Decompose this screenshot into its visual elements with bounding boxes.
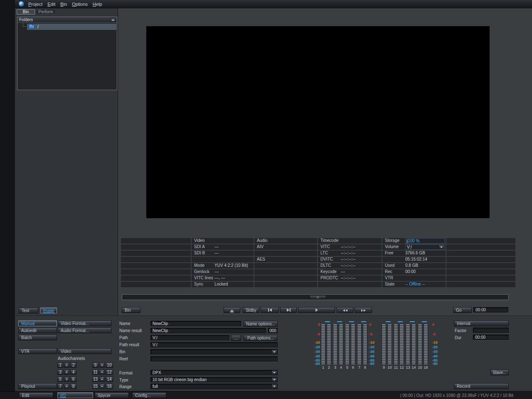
channel-13-button[interactable]: 13: [92, 377, 99, 382]
bin-button[interactable]: Bin: [122, 307, 140, 313]
audio-format-button[interactable]: Audio Format...: [58, 328, 111, 333]
tab-bin[interactable]: Bin: [17, 9, 35, 15]
video-button[interactable]: Video: [58, 348, 111, 354]
mode-vtr-button[interactable]: VTR: [18, 348, 57, 354]
timecode-value: --:--:--:--: [341, 251, 355, 256]
meter-scale-label: -30: [311, 350, 320, 353]
spacer-row: [121, 257, 191, 262]
channel-7-button[interactable]: 7: [57, 384, 63, 389]
statusbar-config-button[interactable]: Config...: [132, 392, 166, 398]
channel-pair-1-2-button[interactable]: +: [64, 362, 69, 368]
video-value: ---: [214, 269, 219, 274]
range-dropdown-arrow[interactable]: [271, 384, 277, 388]
path-options-button[interactable]: Path options...: [244, 335, 278, 341]
meter-scale-label: -20: [311, 345, 320, 349]
menu-project[interactable]: Project: [28, 2, 42, 7]
rewind-button[interactable]: [337, 307, 353, 313]
statusbar-io-button[interactable]: I/O: [57, 392, 93, 398]
channel-3-button[interactable]: 3: [57, 369, 63, 375]
mode-batch-button[interactable]: Batch: [18, 335, 57, 340]
menu-help[interactable]: Help: [93, 2, 102, 7]
chevron-down-icon: [273, 372, 276, 374]
format-dropdown-arrow[interactable]: [271, 371, 277, 374]
bin-dropdown-arrow[interactable]: [271, 350, 277, 354]
chevron-down-icon: [440, 246, 443, 248]
channel-5-button[interactable]: 5: [57, 377, 63, 382]
path-input[interactable]: V:/: [150, 335, 229, 340]
video-format-button[interactable]: Video Format...: [58, 320, 111, 326]
channel-pair-3-4-button[interactable]: +: [64, 369, 69, 375]
factor-input[interactable]: [473, 328, 509, 333]
peak-indicator: [337, 321, 342, 322]
channel-9-button[interactable]: 9: [92, 362, 99, 368]
format-dropdown[interactable]: DPX: [150, 370, 278, 375]
play-button[interactable]: [298, 307, 335, 313]
channel-1-button[interactable]: 1: [57, 362, 63, 368]
menu-options[interactable]: Options: [72, 2, 88, 7]
audiochannels-label: Audiochannels: [58, 356, 85, 361]
volume-dropdown-arrow[interactable]: [438, 245, 444, 249]
frame-back-button[interactable]: [261, 307, 279, 313]
channel-pair-9-10-button[interactable]: +: [99, 362, 105, 368]
reel-input[interactable]: [150, 356, 278, 362]
channel-4-button[interactable]: 4: [70, 369, 76, 375]
name-options-button[interactable]: Name options...: [244, 321, 278, 327]
menu-edit[interactable]: Edit: [47, 2, 55, 7]
tab-perform[interactable]: Perform: [36, 9, 56, 15]
mode-autoedit-button[interactable]: Autoedit: [18, 328, 57, 333]
channel-14-button[interactable]: 14: [106, 377, 113, 382]
statusbar-edit-button[interactable]: Edit: [19, 392, 53, 398]
stdby-button[interactable]: Stdby: [243, 307, 259, 313]
goto-timecode-input[interactable]: 00:00: [473, 307, 508, 313]
channel-6-button[interactable]: 6: [70, 377, 76, 382]
menu-bin[interactable]: Bin: [60, 2, 67, 7]
path-browse-button[interactable]: ...: [231, 335, 241, 341]
dur-input[interactable]: 00:00: [473, 335, 509, 340]
slave-button[interactable]: Slave...: [490, 369, 509, 375]
seek-handle[interactable]: II: [310, 295, 326, 299]
folder-tree-row[interactable]: /: [18, 24, 116, 30]
type-dropdown-value: 10 bit RGB cineon big endian: [153, 377, 207, 382]
folders-header: Folders: [17, 17, 117, 23]
audio-label: AES: [257, 257, 265, 262]
range-dropdown[interactable]: full: [150, 384, 278, 389]
mode-playout-button[interactable]: Playout: [18, 383, 57, 389]
channel-16-button[interactable]: 16: [106, 384, 113, 389]
spacer-row: [121, 251, 191, 256]
mode-manual-button[interactable]: Manual: [18, 320, 57, 326]
channel-2-button[interactable]: 2: [70, 362, 76, 368]
name-input[interactable]: NewClip: [150, 321, 241, 326]
volume-dropdown[interactable]: V:/: [405, 244, 445, 250]
channel-11-button[interactable]: 11: [92, 369, 99, 375]
channel-10-button[interactable]: 10: [106, 362, 113, 368]
channel-8-button[interactable]: 8: [70, 384, 76, 389]
channel-15-button[interactable]: 15: [92, 384, 99, 389]
interval-button[interactable]: Interval: [454, 320, 509, 326]
channel-pair-7-8-button[interactable]: +: [64, 384, 69, 389]
frame-forward-button[interactable]: [280, 307, 297, 313]
bin-dropdown[interactable]: [150, 349, 278, 355]
channel-pair-11-12-button[interactable]: +: [99, 369, 105, 375]
meter-channel-number: 13: [405, 365, 411, 369]
type-dropdown[interactable]: 10 bit RGB cineon big endian: [150, 377, 278, 382]
record-button[interactable]: Record: [454, 383, 509, 389]
go-button[interactable]: Go: [453, 307, 472, 313]
statusbar-spycer-button[interactable]: Spycer: [95, 392, 129, 398]
tab-image[interactable]: Image: [40, 308, 57, 313]
name-result-label: Name result: [119, 328, 142, 333]
meter-scale-label: 0: [432, 323, 441, 326]
type-dropdown-arrow[interactable]: [271, 378, 277, 382]
channel-pair-5-6-button[interactable]: +: [64, 377, 69, 382]
collapse-button[interactable]: [110, 18, 116, 22]
storage-label: Storage: [385, 238, 399, 243]
fast-forward-button[interactable]: [355, 307, 372, 313]
channel-pair-13-14-button[interactable]: +: [99, 377, 105, 382]
eject-button[interactable]: [224, 307, 240, 313]
seek-bar[interactable]: II: [122, 294, 509, 300]
meter-scale-label: 0: [311, 323, 320, 326]
channel-12-button[interactable]: 12: [106, 369, 113, 375]
tab-text[interactable]: Text: [19, 308, 38, 313]
storage-percent-input[interactable]: 100 %: [405, 238, 445, 244]
folder-row-selected[interactable]: /: [27, 24, 116, 30]
channel-pair-15-16-button[interactable]: +: [99, 384, 105, 389]
